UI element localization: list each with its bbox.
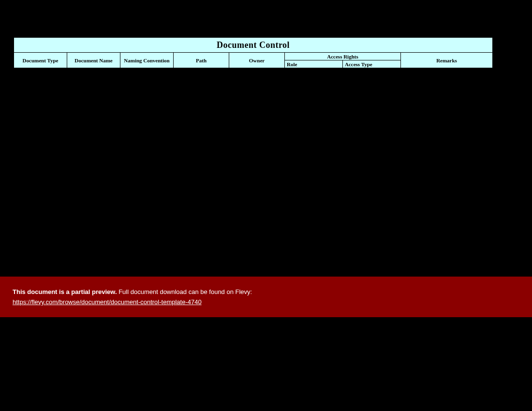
banner-rest-text: Full document download can be found on F…: [117, 288, 252, 295]
header-naming-convention: Naming Convention: [120, 53, 174, 68]
table-title: Document Control: [14, 38, 493, 53]
header-path: Path: [174, 53, 229, 68]
banner-bold-text: This document is a partial preview.: [13, 288, 117, 295]
banner-link-line: https://flevy.com/browse/document/docume…: [13, 298, 532, 306]
header-access-rights: Access Rights: [285, 53, 401, 60]
document-control-table: Document Control Document Type Document …: [14, 37, 493, 68]
header-access-type: Access Type: [343, 60, 401, 68]
header-document-name: Document Name: [67, 53, 120, 68]
header-owner: Owner: [229, 53, 285, 68]
header-document-type: Document Type: [14, 53, 67, 68]
preview-banner: This document is a partial preview. Full…: [0, 277, 532, 317]
banner-link[interactable]: https://flevy.com/browse/document/docume…: [13, 298, 202, 306]
header-remarks: Remarks: [401, 53, 493, 68]
header-role: Role: [285, 60, 343, 68]
document-control-table-wrapper: Document Control Document Type Document …: [14, 37, 492, 68]
banner-text-line: This document is a partial preview. Full…: [13, 288, 532, 295]
